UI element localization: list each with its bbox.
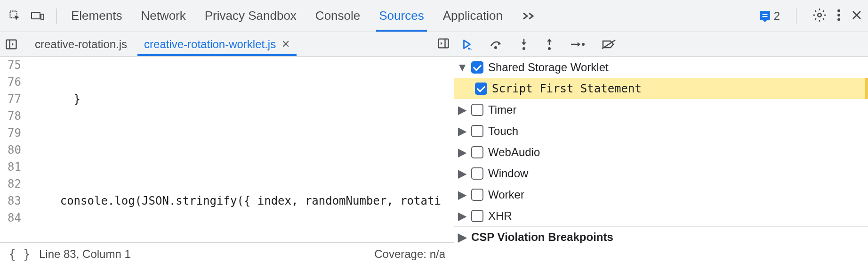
step-icon[interactable] (570, 40, 585, 49)
bp-group-label: Shared Storage Worklet (488, 61, 609, 74)
cursor-position: Line 83, Column 1 (39, 248, 131, 261)
svg-point-19 (582, 43, 585, 46)
main-toolbar: Elements Network Privacy Sandbox Console… (0, 0, 868, 32)
issues-button[interactable]: 2 (759, 9, 780, 23)
svg-rect-3 (762, 14, 767, 15)
inspect-element-icon[interactable] (6, 7, 24, 25)
pretty-print-icon[interactable]: { } (8, 247, 31, 261)
file-tab-creative-rotation-worklet[interactable]: creative-rotation-worklet.js ✕ (136, 32, 298, 56)
caret-right-icon: ▶ (458, 188, 466, 201)
line-gutter: 75 76 77 78 79 80 81 82 83 84 (0, 57, 30, 242)
panel-tabs: Elements Network Privacy Sandbox Console… (71, 0, 535, 32)
bp-group-shared-storage-worklet[interactable]: ▼ Shared Storage Worklet (454, 57, 868, 78)
more-options-icon[interactable] (837, 8, 841, 24)
breakpoints-panel: ▼ Shared Storage Worklet Script First St… (454, 57, 868, 265)
svg-rect-4 (762, 16, 767, 17)
caret-right-icon: ▶ (458, 209, 466, 223)
bp-group-label: WebAudio (488, 146, 540, 159)
caret-right-icon: ▶ (458, 124, 466, 138)
code-content[interactable]: } console.log(JSON.stringify({ index, ra… (30, 57, 454, 242)
close-icon[interactable] (851, 9, 862, 23)
bp-group-label: Window (488, 167, 528, 180)
svg-point-13 (494, 46, 497, 49)
caret-right-icon: ▶ (458, 146, 466, 159)
toolbar-divider (796, 8, 796, 24)
svg-point-7 (837, 14, 840, 17)
checkbox[interactable] (471, 210, 483, 222)
tab-application[interactable]: Application (443, 0, 503, 32)
tab-network[interactable]: Network (141, 0, 185, 32)
bp-group-touch[interactable]: ▶ Touch (454, 120, 868, 141)
debugger-toolbar (454, 32, 868, 57)
svg-rect-1 (32, 12, 40, 19)
editor-status-bar: { } Line 83, Column 1 Coverage: n/a (0, 242, 454, 265)
debugger-pane: ▼ Shared Storage Worklet Script First St… (454, 32, 868, 265)
bp-group-label: XHR (488, 209, 512, 223)
tab-privacy-sandbox[interactable]: Privacy Sandbox (205, 0, 297, 32)
file-tab-label: creative-rotation.js (35, 38, 127, 51)
step-into-icon[interactable] (519, 38, 529, 51)
svg-point-8 (837, 18, 840, 21)
svg-rect-2 (41, 14, 44, 20)
issues-count: 2 (774, 9, 780, 23)
checkbox[interactable] (471, 61, 483, 74)
bp-group-xhr[interactable]: ▶ XHR (454, 205, 868, 226)
device-toggle-icon[interactable] (28, 7, 47, 25)
step-out-icon[interactable] (545, 38, 554, 51)
bp-group-worker[interactable]: ▶ Worker (454, 184, 868, 205)
bp-group-label: Worker (488, 188, 524, 201)
navigator-toggle-icon[interactable] (4, 37, 19, 52)
svg-rect-9 (7, 40, 16, 49)
file-tabs: creative-rotation.js creative-rotation-w… (0, 32, 454, 57)
section-label: CSP Violation Breakpoints (471, 231, 613, 244)
deactivate-breakpoints-icon[interactable] (601, 38, 616, 50)
caret-right-icon: ▶ (458, 167, 466, 180)
bp-group-label: Timer (488, 103, 516, 116)
bp-group-window[interactable]: ▶ Window (454, 163, 868, 184)
code-editor[interactable]: 75 76 77 78 79 80 81 82 83 84 } console.… (0, 57, 454, 242)
checkbox[interactable] (475, 83, 487, 95)
checkbox[interactable] (471, 104, 483, 116)
tab-console[interactable]: Console (315, 0, 360, 32)
sources-editor-pane: creative-rotation.js creative-rotation-w… (0, 32, 454, 265)
bp-group-webaudio[interactable]: ▶ WebAudio (454, 141, 868, 163)
svg-point-15 (522, 47, 525, 50)
resume-icon[interactable] (461, 38, 473, 50)
checkbox[interactable] (471, 189, 483, 201)
close-icon[interactable]: ✕ (281, 38, 290, 50)
checkbox[interactable] (471, 146, 483, 158)
caret-down-icon: ▼ (458, 61, 466, 74)
checkbox[interactable] (471, 125, 483, 137)
tab-sources[interactable]: Sources (379, 0, 424, 32)
file-tab-creative-rotation[interactable]: creative-rotation.js (26, 32, 136, 56)
tab-elements[interactable]: Elements (71, 0, 122, 32)
file-tab-label: creative-rotation-worklet.js (144, 38, 276, 51)
toolbar-divider (56, 8, 57, 24)
checkbox[interactable] (471, 167, 483, 180)
settings-icon[interactable] (812, 8, 827, 24)
svg-point-5 (818, 13, 821, 17)
bp-group-timer[interactable]: ▶ Timer (454, 99, 868, 120)
bp-section-csp-violation[interactable]: ▶ CSP Violation Breakpoints (454, 226, 868, 248)
svg-rect-11 (439, 39, 449, 48)
bp-item-script-first-statement[interactable]: Script First Statement (454, 78, 868, 99)
step-over-icon[interactable] (489, 38, 503, 50)
svg-point-17 (548, 47, 551, 50)
debugger-toggle-icon[interactable] (437, 37, 450, 52)
coverage-status: Coverage: n/a (374, 248, 445, 261)
bp-item-label: Script First Statement (492, 82, 642, 95)
svg-point-6 (837, 9, 840, 12)
bp-group-label: Touch (488, 124, 518, 138)
caret-right-icon: ▶ (458, 103, 466, 116)
caret-right-icon: ▶ (458, 231, 466, 244)
tabs-overflow-icon[interactable] (522, 0, 535, 32)
